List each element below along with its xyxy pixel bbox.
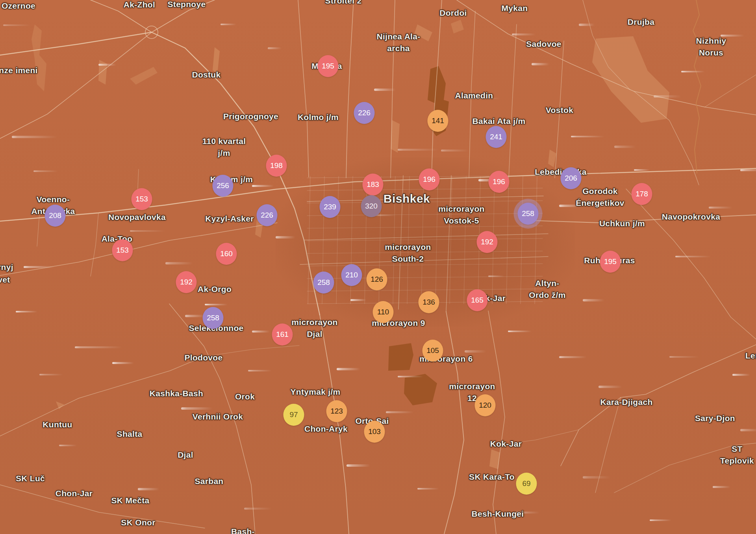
- aqi-marker[interactable]: 192: [176, 271, 197, 293]
- wind-streak: [465, 350, 486, 353]
- aqi-marker[interactable]: 123: [326, 400, 347, 422]
- aqi-marker[interactable]: 320: [361, 195, 382, 217]
- wind-streak: [740, 169, 756, 171]
- place-label: Stroitel 2: [325, 0, 362, 7]
- wind-streak: [386, 411, 413, 413]
- aqi-marker[interactable]: 198: [266, 155, 287, 177]
- aqi-marker[interactable]: 120: [475, 394, 496, 416]
- place-label: Djal: [178, 449, 193, 461]
- place-label: Ak-Zhol: [124, 0, 155, 11]
- place-label: Plodovoe: [185, 352, 223, 364]
- aqi-marker[interactable]: 195: [318, 55, 339, 77]
- place-label: Dostuk: [192, 69, 221, 81]
- aqi-marker[interactable]: 165: [467, 289, 488, 311]
- place-label: Kashka-Bash: [150, 388, 203, 399]
- wind-streak: [417, 488, 439, 490]
- wind-streak: [39, 374, 63, 375]
- place-label: Drujba: [628, 16, 654, 28]
- map-roads-layer: [0, 0, 756, 534]
- aqi-marker[interactable]: 196: [489, 171, 510, 193]
- place-label: Chon-Aryk: [304, 423, 348, 435]
- place-label: Verhnii Orok: [193, 411, 243, 423]
- aqi-marker[interactable]: 160: [216, 243, 237, 265]
- wind-streak: [244, 508, 272, 510]
- aqi-marker[interactable]: 241: [486, 126, 507, 148]
- wind-streak: [512, 33, 536, 35]
- wind-streak: [398, 376, 423, 377]
- aqi-marker[interactable]: 105: [422, 340, 443, 362]
- wind-streak: [598, 386, 622, 388]
- place-label: SK Kara-To: [469, 471, 515, 483]
- wind-streak: [614, 146, 636, 148]
- aqi-marker[interactable]: 153: [132, 188, 152, 210]
- wind-streak: [33, 170, 58, 172]
- wind-streak: [374, 89, 396, 91]
- aqi-marker[interactable]: 226: [257, 204, 278, 226]
- place-label: Alamedin: [455, 90, 493, 102]
- wind-streak: [299, 394, 315, 395]
- place-label: Uchkun j/m: [599, 218, 645, 229]
- aqi-marker[interactable]: 258: [313, 272, 334, 294]
- place-label: Kolmo j/m: [298, 111, 339, 123]
- aqi-marker[interactable]: 110: [373, 301, 394, 323]
- wind-streak: [740, 429, 756, 431]
- aqi-marker[interactable]: 183: [363, 174, 384, 196]
- place-label: Besh-Kungei: [472, 508, 524, 520]
- aqi-marker[interactable]: 208: [45, 205, 66, 227]
- aqi-marker[interactable]: 69: [516, 473, 537, 495]
- aqi-marker[interactable]: 239: [320, 196, 341, 218]
- map-canvas[interactable]: OzernoeAk-ZholStepnoyeStroitel 2DordoiMy…: [0, 0, 756, 534]
- wind-streak: [713, 486, 730, 488]
- aqi-marker[interactable]: 136: [419, 291, 439, 313]
- wind-streak: [185, 315, 205, 317]
- wind-streak: [220, 24, 236, 25]
- aqi-marker[interactable]: 161: [272, 323, 293, 346]
- wind-streak: [165, 262, 193, 264]
- wind-streak: [654, 95, 681, 98]
- wind-streak: [98, 64, 116, 66]
- aqi-marker[interactable]: 126: [367, 268, 387, 290]
- wind-streak: [12, 136, 57, 138]
- wind-streak: [441, 150, 469, 152]
- aqi-marker[interactable]: 103: [364, 421, 385, 443]
- wind-streak: [337, 368, 360, 370]
- place-label: unze imeni: [0, 65, 38, 76]
- wind-streak: [59, 445, 77, 446]
- aqi-marker[interactable]: 258: [518, 203, 539, 225]
- aqi-marker[interactable]: 210: [341, 264, 362, 286]
- aqi-marker[interactable]: 195: [600, 251, 621, 273]
- aqi-marker[interactable]: 192: [477, 231, 498, 253]
- wind-streak: [130, 230, 165, 232]
- aqi-marker[interactable]: 258: [203, 307, 224, 329]
- place-label: Altyn- Ordo ž/m: [529, 277, 565, 301]
- place-label: Gorodok Énergetikov: [576, 185, 624, 209]
- aqi-marker[interactable]: 226: [354, 102, 375, 124]
- wind-streak: [24, 266, 54, 268]
- place-label: Kok-Jar: [490, 438, 522, 450]
- map-labels-layer: OzernoeAk-ZholStepnoyeStroitel 2DordoiMy…: [0, 0, 756, 534]
- aqi-marker[interactable]: 141: [428, 110, 448, 132]
- aqi-markers-layer: 1951981831961961781531531601921921951651…: [0, 0, 756, 534]
- wind-streak: [559, 356, 587, 358]
- wind-streak: [709, 207, 732, 209]
- aqi-marker[interactable]: 153: [112, 239, 133, 261]
- aqi-marker[interactable]: 97: [284, 404, 304, 426]
- wind-streak: [516, 512, 539, 514]
- wind-streak: [346, 464, 370, 467]
- wind-streak: [350, 299, 366, 301]
- wind-streak: [508, 331, 532, 332]
- wind-streak: [634, 169, 650, 171]
- wind-streak: [721, 35, 744, 37]
- place-label: Nijnea Ala- archa: [376, 31, 420, 54]
- aqi-marker[interactable]: 196: [419, 168, 440, 190]
- aqi-marker[interactable]: 256: [213, 175, 233, 197]
- place-label: Sary-Djon: [695, 412, 735, 424]
- wind-streak: [681, 71, 705, 72]
- place-label: Kuntuu: [43, 419, 72, 431]
- place-label: Bakai Ata j/m: [472, 115, 525, 127]
- aqi-marker[interactable]: 178: [632, 183, 652, 205]
- map-tint-layer: [0, 0, 756, 534]
- place-label: Nizhniy Norus: [696, 35, 726, 59]
- place-label: Ak-Orgo: [198, 283, 232, 295]
- aqi-marker[interactable]: 206: [561, 167, 582, 189]
